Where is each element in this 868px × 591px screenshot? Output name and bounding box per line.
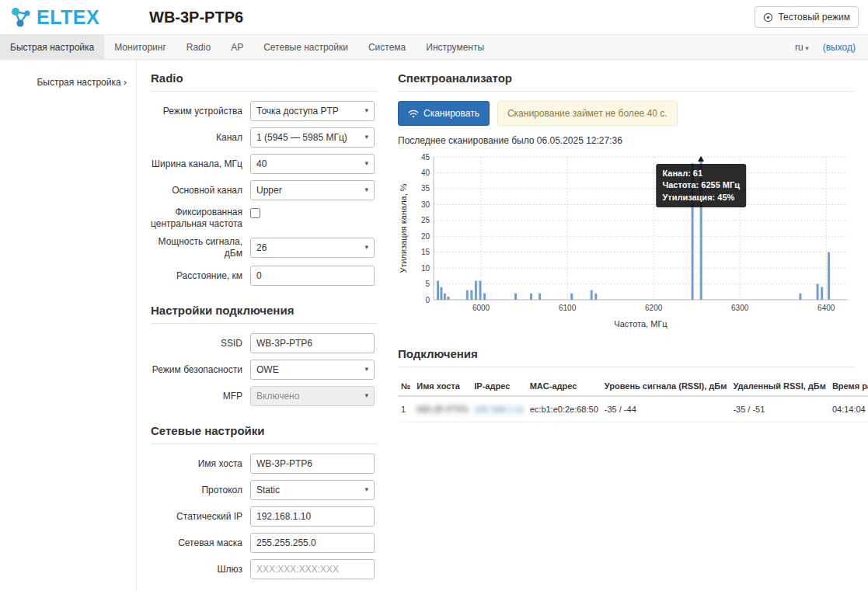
nav-tab[interactable]: Radio [176,35,221,59]
logout-link[interactable]: (выход) [823,42,856,53]
gateway-label: Шлюз [151,564,250,575]
device-mode-label: Режим устройства [151,106,250,117]
ssid-input[interactable] [250,333,375,353]
channel-width-select[interactable]: 40 [250,154,375,174]
test-mode-button[interactable]: Тестовый режим [755,6,859,28]
field-tx-power: Мощность сигнала, дБм 26 [151,236,378,259]
table-cell[interactable]: 192.168.1.11 [471,396,526,422]
svg-text:6300: 6300 [731,304,749,312]
static-ip-ctl [250,506,375,527]
svg-text:40: 40 [421,169,431,177]
table-cell: ec:b1:e0:2e:68:50 [527,396,601,422]
fixed-center-freq-ctl [250,207,375,221]
nav-tab[interactable]: Инструменты [416,35,494,59]
field-security-mode: Режим безопасности OWE [151,360,378,380]
last-scan-text: Последнее сканирование было 06.05.2025 1… [398,135,856,146]
security-mode-label: Режим безопасности [151,364,250,376]
security-mode-select[interactable]: OWE [250,360,375,380]
device-mode-select[interactable]: Точка доступа PTP [250,101,375,121]
column-header: № [398,377,413,396]
distance-label: Расстояние, км [151,270,250,282]
section-title-access: Доступ к устройству [151,586,378,591]
field-netmask: Сетевая маска [151,533,378,553]
section-title-radio: Radio [151,60,378,92]
wifi-icon [408,109,419,118]
section-title-network: Сетевые настройки [151,412,378,444]
field-mfp: MFP Включено [151,386,378,406]
fixed-center-freq-label: Фиксированная центральная частота [151,207,250,230]
table-cell: WB-3P-PTP6 [413,396,471,422]
svg-text:10: 10 [421,264,431,273]
protocol-select[interactable]: Static [250,480,375,500]
svg-text:30: 30 [421,200,431,209]
spectrum-chart: 05101520253035404560006100620063006400Ут… [398,151,852,331]
hostname-ctl [250,454,375,474]
field-channel-width: Ширина канала, МГц 40 [151,154,378,174]
main-nav: Быстрая настройкаМониторингRadioAPСетевы… [0,34,868,60]
scan-row: Сканировать Сканирование займет не более… [398,101,856,126]
fixed-center-freq-checkbox[interactable] [250,208,260,218]
table-row: 1WB-3P-PTP6192.168.1.11ec:b1:e0:2e:68:50… [398,396,868,422]
static-ip-label: Статический IP [151,511,250,523]
table-cell: 04:14:04 [829,396,868,422]
channel-width-label: Ширина канала, МГц [151,158,250,170]
channel-width-select-wrap: 40 [250,154,375,174]
svg-text:0: 0 [425,296,430,304]
protocol-select-wrap: Static [250,480,375,500]
column-header: Удаленный RSSI, дБм [730,377,829,396]
ssid-ctl [250,333,375,353]
svg-text:15: 15 [421,248,431,256]
distance-input[interactable] [250,266,375,286]
svg-text:6000: 6000 [472,304,490,312]
primary-channel-select[interactable]: Upper [250,180,375,200]
language-selector[interactable]: ru [795,42,809,53]
scan-button-label: Сканировать [424,108,479,119]
hostname-input[interactable] [250,454,375,474]
scan-button[interactable]: Сканировать [398,101,490,126]
protocol-label: Протокол [151,485,250,496]
netmask-label: Сетевая маска [151,537,250,549]
logo-text: ELTEX [37,8,99,27]
settings-form: Radio Режим устройства Точка доступа PTP… [137,60,378,591]
netmask-input[interactable] [250,533,375,553]
connections-title: Подключения [398,335,856,367]
svg-text:35: 35 [421,184,431,193]
connections-table: №Имя хостаIP-адресMAC-адресУровень сигна… [398,377,868,422]
nav-right: ru (выход) [795,35,868,59]
mfp-label: MFP [151,391,250,402]
channel-select-wrap: 1 (5945 — 5985 МГц) [250,127,375,148]
svg-text:Утилизация канала, %: Утилизация канала, % [399,183,408,273]
svg-text:6200: 6200 [645,304,663,312]
svg-text:5: 5 [425,280,430,288]
nav-tab[interactable]: Система [358,35,416,59]
tx-power-label: Мощность сигнала, дБм [151,236,250,259]
field-device-mode: Режим устройства Точка доступа PTP [151,101,378,121]
primary-channel-select-wrap: Upper [250,180,375,200]
svg-text:6100: 6100 [559,304,577,312]
static-ip-input[interactable] [250,506,375,527]
sidebar-item-quick-setup[interactable]: Быстрая настройка › [0,77,127,88]
field-primary-channel: Основной канал Upper [151,180,378,200]
app-header: ELTEX WB-3P-PTP6 Тестовый режим [0,0,868,34]
nav-tab[interactable]: AP [221,35,253,59]
mfp-select-wrap: Включено [250,386,375,406]
gateway-input[interactable] [250,559,375,579]
spectrum-panel: Спектроанализатор Сканировать Сканирован… [378,60,868,591]
mfp-select: Включено [250,386,375,406]
page-title: WB-3P-PTP6 [149,9,243,26]
table-cell: -35 / -44 [601,396,730,422]
svg-text:20: 20 [421,232,431,241]
connections-tbody: 1WB-3P-PTP6192.168.1.11ec:b1:e0:2e:68:50… [398,396,868,422]
channel-select[interactable]: 1 (5945 — 5985 МГц) [250,127,375,148]
nav-tab[interactable]: Быстрая настройка [0,35,104,59]
tx-power-select[interactable]: 26 [250,238,375,258]
nav-tab[interactable]: Мониторинг [104,35,176,59]
sidebar: Быстрая настройка › [0,60,137,591]
chart-bars: 05101520253035404560006100620063006400Ут… [398,151,852,334]
scan-note: Сканирование займет не более 40 с. [497,101,678,126]
field-hostname: Имя хоста [151,454,378,474]
eltex-logo[interactable]: ELTEX [9,5,132,29]
field-protocol: Протокол Static [151,480,378,500]
svg-text:45: 45 [421,153,431,162]
nav-tab[interactable]: Сетевые настройки [253,35,358,59]
